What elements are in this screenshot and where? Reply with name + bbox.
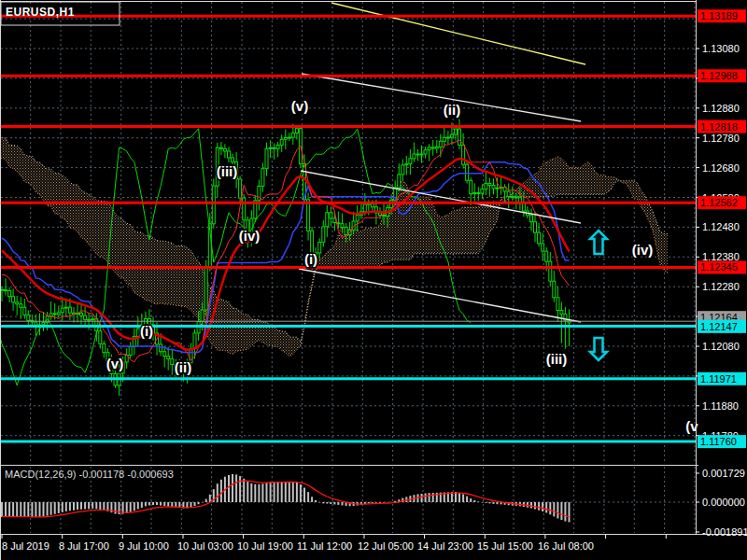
candle-body xyxy=(345,228,347,235)
time-tick-label: 12 Jul 05:00 xyxy=(358,540,414,552)
resistance-price-badge-label: 1.13189 xyxy=(700,10,738,21)
candle-body xyxy=(356,216,359,221)
wave-label[interactable]: (i) xyxy=(304,251,317,267)
candle-body xyxy=(462,145,465,164)
candle-body xyxy=(326,213,329,227)
candle-body xyxy=(201,310,204,322)
candle-body xyxy=(443,137,445,141)
time-tick-label: 8 Jul 17:00 xyxy=(59,540,109,552)
candle-body xyxy=(488,183,491,185)
candle-body xyxy=(84,315,87,319)
candle-body xyxy=(265,148,268,168)
resistance-price-badge-label: 1.12988 xyxy=(700,70,738,81)
wave-label[interactable]: (iii) xyxy=(217,163,238,179)
candle-body xyxy=(136,329,139,336)
candle-body xyxy=(167,357,170,359)
candle-body xyxy=(545,251,548,261)
candle-body xyxy=(431,147,434,148)
candle-body xyxy=(496,188,499,189)
candle-body xyxy=(12,297,15,302)
wave-label[interactable]: (ii) xyxy=(444,102,460,118)
time-tick-label: 9 Jul 10:00 xyxy=(119,540,169,552)
candle-body xyxy=(288,137,290,138)
candle-body xyxy=(92,319,94,320)
candle-body xyxy=(204,267,207,310)
candle-body xyxy=(538,232,541,244)
time-tick-label: 10 Jul 19:00 xyxy=(237,540,293,552)
wave-label[interactable]: (v) xyxy=(291,98,308,114)
wave-label[interactable]: (v xyxy=(685,418,698,434)
resistance-price-badge-label: 1.12345 xyxy=(700,261,738,273)
candle-body xyxy=(371,203,374,207)
candle-body xyxy=(57,313,60,315)
candle-body xyxy=(435,147,438,149)
wave-label[interactable]: (iii) xyxy=(546,351,568,367)
candle-body xyxy=(16,302,19,304)
candle-body xyxy=(163,352,166,357)
candle-body xyxy=(99,331,102,344)
candle-body xyxy=(291,133,294,138)
candle-body xyxy=(269,147,272,148)
candle-body xyxy=(405,164,408,165)
candle-body xyxy=(68,307,71,313)
candle-body xyxy=(23,307,26,315)
candle-body xyxy=(560,311,563,315)
candle-body xyxy=(5,289,7,290)
candle-body xyxy=(341,224,344,228)
resistance-price-badge-label: 1.12562 xyxy=(700,197,738,208)
candle-body xyxy=(477,193,480,194)
macd-scale-label: 0.001729 xyxy=(702,468,745,479)
candle-body xyxy=(450,134,453,137)
support-price-top-badge-label: 1.12147 xyxy=(700,321,738,332)
candle-body xyxy=(337,223,340,224)
wave-label[interactable]: (v) xyxy=(106,356,123,371)
candle-body xyxy=(466,164,469,180)
candle-body xyxy=(481,189,484,193)
support-price-badge-label: 1.11971 xyxy=(700,373,737,385)
wave-label[interactable]: (i) xyxy=(140,323,153,339)
candle-body xyxy=(511,197,514,198)
price-tick-label: 1.12080 xyxy=(702,341,740,352)
price-tick-label: 1.13080 xyxy=(702,43,740,54)
wave-label[interactable]: (ii) xyxy=(175,359,191,375)
macd-scale-label: 0.000000 xyxy=(702,497,745,508)
candle-body xyxy=(413,154,416,159)
candle-body xyxy=(322,227,325,243)
candle-body xyxy=(446,137,449,138)
candle-body xyxy=(557,298,559,311)
candle-body xyxy=(363,204,366,212)
candle-body xyxy=(330,213,332,218)
support-price-badge-label: 1.11760 xyxy=(700,436,737,447)
candle-body xyxy=(276,145,279,148)
price-tick-label: 1.12680 xyxy=(702,162,740,174)
price-tick-label: 1.12780 xyxy=(702,133,740,144)
resistance-price-badge-label: 1.12818 xyxy=(700,121,738,133)
candle-body xyxy=(420,154,423,155)
candle-body xyxy=(439,141,442,147)
candle-body xyxy=(232,158,234,162)
candle-body xyxy=(455,129,458,134)
macd-indicator-label: MACD(12,26,9) -0.001178 -0.000693 xyxy=(5,469,174,480)
price-tick-label: 1.11880 xyxy=(702,400,739,412)
candle-body xyxy=(273,147,275,148)
candle-body xyxy=(409,159,412,164)
time-tick-label: 15 Jul 15:00 xyxy=(477,540,533,552)
candle-body xyxy=(416,154,419,155)
candle-body xyxy=(88,319,91,320)
wave-label[interactable]: (iv) xyxy=(239,228,261,244)
wave-label[interactable]: (iv) xyxy=(632,242,654,258)
candle-body xyxy=(492,186,495,189)
candle-body xyxy=(280,139,283,145)
candle-body xyxy=(284,138,287,140)
candle-body xyxy=(514,197,517,198)
macd-scale-label: -0.001891 xyxy=(702,526,747,538)
candle-body xyxy=(219,147,222,148)
candle-body xyxy=(61,308,63,313)
candle-body xyxy=(507,191,510,197)
candle-body xyxy=(212,186,215,224)
candle-body xyxy=(160,344,162,352)
macd-scale: 0.0017290.000000-0.001891 xyxy=(696,468,747,538)
candle-body xyxy=(398,175,401,188)
candle-body xyxy=(80,313,83,315)
candle-body xyxy=(428,147,430,150)
